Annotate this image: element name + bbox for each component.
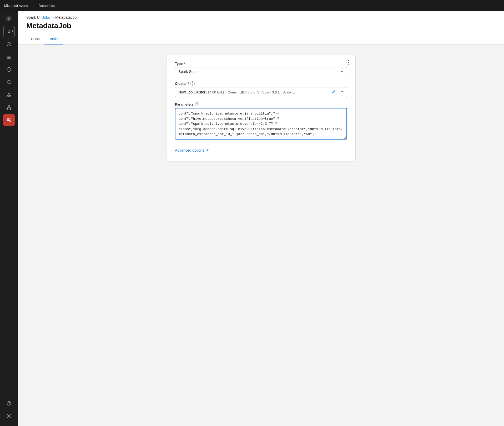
svg-rect-2 [7, 19, 9, 21]
cluster-name: New Job Cluster [178, 90, 205, 94]
cluster-value: New Job Cluster (14.00 GB | 4 Cores | DB… [178, 90, 332, 94]
page-title: MetadataJob [26, 22, 496, 30]
sidebar-item-tables[interactable] [3, 51, 15, 63]
svg-marker-15 [8, 94, 10, 96]
breadcrumb-jobs-link[interactable]: Jobs [42, 15, 50, 19]
spark-ui-label: Spark UI [26, 15, 41, 19]
cluster-dropdown-arrow[interactable] [340, 90, 344, 94]
type-label: Type * [175, 62, 347, 66]
sidebar-item-compute[interactable] [3, 102, 15, 113]
cluster-specs: (14.00 GB | 4 Cores | DBR 7.3 LTS | Spar… [206, 90, 295, 94]
type-select-value: Spark Submit [178, 70, 200, 74]
breadcrumb-separator: > [52, 15, 54, 19]
sidebar-item-jobs[interactable] [3, 114, 15, 126]
parameters-label: Parameters ? [175, 102, 347, 106]
advanced-options-label: Advanced options [175, 148, 204, 152]
advanced-options-chevron [206, 148, 209, 152]
tab-runs[interactable]: Runs [26, 34, 44, 44]
svg-rect-17 [7, 108, 8, 110]
svg-rect-0 [7, 17, 9, 19]
topbar: Microsoft Azure Databricks [0, 0, 504, 11]
cluster-edit-icon[interactable] [332, 90, 336, 95]
task-card: ⋮ Type * Spark Submit [166, 55, 356, 161]
tab-tasks[interactable]: Tasks [44, 34, 63, 44]
sidebar-item-help[interactable]: ? [3, 398, 15, 409]
sidebar-item-data[interactable]: D ▾ [3, 26, 15, 37]
sidebar-item-search[interactable] [3, 76, 15, 88]
breadcrumb-current: MetadataJob [55, 15, 77, 19]
cluster-actions [332, 90, 344, 95]
svg-line-13 [10, 83, 11, 84]
breadcrumb: Spark UI Jobs > MetadataJob [26, 15, 496, 19]
cluster-field-group: Cluster * ? New Job Cluster (14.00 GB | … [175, 81, 347, 97]
advanced-options-link[interactable]: Advanced options [175, 148, 209, 152]
cluster-divider [338, 90, 338, 95]
sidebar-item-workspace[interactable] [3, 13, 15, 25]
svg-rect-1 [9, 17, 11, 19]
cluster-select[interactable]: New Job Cluster (14.00 GB | 4 Cores | DB… [175, 87, 347, 97]
svg-rect-3 [9, 19, 11, 21]
parameters-help-icon[interactable]: ? [195, 102, 199, 106]
cluster-label-text: Cluster * [175, 82, 189, 86]
cluster-help-icon[interactable]: ? [190, 81, 195, 86]
svg-rect-16 [8, 105, 10, 106]
brand-label: Microsoft Azure [4, 4, 28, 8]
type-field-group: Type * Spark Submit [175, 62, 347, 76]
sidebar-item-settings[interactable] [3, 410, 15, 422]
type-select[interactable]: Spark Submit [175, 67, 347, 76]
product-label: Databricks [39, 4, 55, 8]
svg-line-29 [334, 91, 335, 91]
main-layout: D ▾ [0, 11, 504, 426]
type-select-arrow [340, 70, 344, 74]
parameters-textarea[interactable]: conf","spark.sql.hive.metastore.jars=bui… [175, 108, 347, 140]
sidebar: D ▾ [0, 11, 18, 426]
parameters-field-group: Parameters ? conf","spark.sql.hive.metas… [175, 102, 347, 141]
svg-rect-18 [10, 108, 11, 110]
svg-text:?: ? [8, 402, 10, 405]
sidebar-item-create[interactable] [3, 38, 15, 50]
sidebar-item-history[interactable] [3, 64, 15, 75]
cluster-label: Cluster * ? [175, 81, 347, 86]
sidebar-bottom: ? [3, 398, 15, 424]
parameters-label-text: Parameters [175, 102, 194, 106]
task-canvas: ⋮ Type * Spark Submit [18, 44, 504, 426]
svg-point-28 [8, 415, 10, 417]
page-header: Spark UI Jobs > MetadataJob MetadataJob [18, 11, 504, 30]
topbar-divider [33, 3, 33, 8]
svg-rect-7 [7, 55, 11, 58]
task-card-menu[interactable]: ⋮ [346, 60, 351, 65]
content-area: Spark UI Jobs > MetadataJob MetadataJob … [18, 11, 504, 426]
parameters-textarea-wrapper: conf","spark.sql.hive.metastore.jars=bui… [175, 108, 347, 141]
sidebar-item-models[interactable] [3, 89, 15, 101]
type-label-text: Type * [175, 62, 185, 66]
svg-point-12 [7, 80, 10, 83]
tabs-row: Runs Tasks [18, 34, 504, 44]
